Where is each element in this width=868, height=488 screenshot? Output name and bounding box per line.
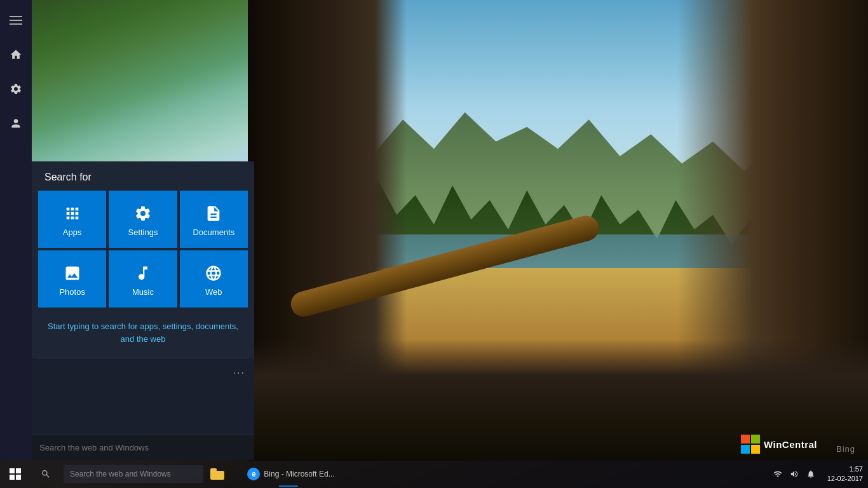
search-icon — [41, 469, 51, 479]
taskbar-search-button[interactable] — [31, 460, 61, 488]
sidebar-user[interactable] — [2, 109, 30, 137]
svg-rect-0 — [10, 16, 22, 17]
taskbar-clock[interactable]: 1:57 12-02-2017 — [822, 464, 868, 484]
search-tile-photos[interactable]: Photos — [38, 250, 106, 308]
photos-icon — [64, 264, 81, 282]
windows-logo — [10, 468, 21, 480]
photos-label: Photos — [59, 287, 85, 297]
taskbar-edge[interactable]: e Bing - Microsoft Ed... — [231, 460, 346, 488]
edge-tab-label: Bing - Microsoft Ed... — [264, 470, 334, 478]
bing-watermark: Bing — [836, 444, 855, 454]
wincentral-text: WinCentral — [764, 439, 817, 450]
notification-icon[interactable] — [804, 468, 817, 480]
volume-icon[interactable] — [788, 468, 801, 480]
file-explorer-icon — [210, 468, 224, 480]
network-icon[interactable] — [771, 468, 784, 480]
search-header: Search for — [32, 161, 254, 191]
start-button[interactable] — [0, 460, 31, 488]
system-tray — [766, 468, 822, 480]
edge-icon: e — [247, 468, 260, 480]
documents-label: Documents — [193, 227, 234, 237]
search-tile-documents[interactable]: Documents — [180, 191, 248, 248]
sidebar-home[interactable] — [2, 41, 30, 69]
web-label: Web — [205, 287, 222, 297]
sidebar-settings[interactable] — [2, 75, 30, 103]
search-bottom-area: ... — [32, 358, 254, 460]
svg-rect-2 — [10, 24, 22, 25]
wincentral-watermark: WinCentral — [741, 435, 817, 454]
start-sidebar — [0, 0, 32, 460]
search-panel: Search for Apps Settings Documents — [32, 161, 254, 460]
taskbar-file-explorer[interactable] — [203, 460, 231, 488]
search-more-button[interactable]: ... — [233, 365, 245, 376]
taskbar-apps: e Bing - Microsoft Ed... — [203, 460, 485, 488]
search-tile-apps[interactable]: Apps — [38, 191, 106, 248]
web-icon — [205, 264, 222, 282]
search-input-bar[interactable] — [32, 435, 254, 460]
apps-icon — [64, 205, 81, 222]
taskbar-search-text: Search the web and Windows — [70, 470, 171, 478]
clock-date: 12-02-2017 — [827, 474, 863, 484]
settings-tile-label: Settings — [128, 227, 158, 237]
svg-rect-1 — [10, 20, 22, 21]
clock-time: 1:57 — [827, 464, 863, 474]
music-icon — [134, 264, 152, 282]
taskbar: Search the web and Windows e Bing - Micr… — [0, 460, 868, 488]
search-tile-music[interactable]: Music — [109, 250, 177, 308]
search-input-field[interactable] — [39, 443, 247, 452]
settings-tile-icon — [134, 205, 152, 222]
search-hint: Start typing to search for apps, setting… — [32, 308, 254, 358]
documents-icon — [205, 205, 222, 222]
sidebar-hamburger[interactable] — [2, 6, 30, 34]
search-tile-web[interactable]: Web — [180, 250, 248, 308]
search-tile-settings[interactable]: Settings — [109, 191, 177, 248]
wincentral-logo — [741, 435, 760, 454]
search-grid: Apps Settings Documents Photos — [32, 191, 254, 308]
music-label: Music — [132, 287, 154, 297]
taskbar-search-box[interactable]: Search the web and Windows — [64, 465, 203, 483]
apps-label: Apps — [63, 227, 82, 237]
